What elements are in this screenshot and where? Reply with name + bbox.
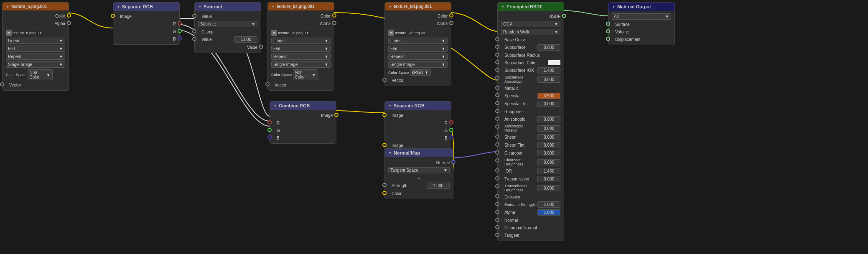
sub-value-num-row[interactable]: Value 1.000 [195,36,261,43]
ks-interpolation[interactable]: Linear▼ [271,38,331,44]
node-subtract[interactable]: ▼ Subtract Value Subtract▼ Clamp Value 1… [194,2,261,53]
pb-subsurf-aniso-row[interactable]: Subsurface Anisotropy 0.000 [498,74,564,84]
pb-metallic-socket[interactable] [495,86,499,90]
sep2-b-socket[interactable] [449,135,453,140]
pb-subsurface-socket[interactable] [495,45,499,49]
node-combine-rgb-header[interactable]: ▼ Combine RGB [270,102,336,110]
node-material-output[interactable]: ▼ Material Output All▼ Surface Volume Di… [608,2,675,45]
pb-specular-tint-socket[interactable] [495,101,499,105]
pb-aniso-rot-row[interactable]: Anisotropic Rotation 0.000 [498,123,564,133]
pb-specular-tint-val[interactable]: 0.000 [537,101,560,107]
node-texture-kd-header[interactable]: ▼ texture_kd.png.001 [385,3,451,10]
ks-color-socket[interactable] [332,13,336,18]
node-separate-rgb-1[interactable]: ▼ Separate RGB Image R G B [113,2,180,45]
comb-b-socket[interactable] [267,135,272,140]
node-subtract-header[interactable]: ▼ Subtract [195,3,261,11]
node-separate-rgb-2-header[interactable]: ▼ Separate RGB [385,102,451,110]
kd-repeat-row[interactable]: Repeat▼ [385,53,451,61]
pb-aniso-rot-val[interactable]: 0.000 [537,125,560,132]
mo-volume-socket[interactable] [606,29,610,33]
texture-n-proj-row[interactable]: Single Image▼ [3,61,69,69]
kd-repeat[interactable]: Repeat▼ [388,53,448,60]
node-principled-bsdf[interactable]: ▼ Principled BSDF BSDF GGX▼ Random Walk▼… [497,2,564,241]
kd-cs-row[interactable]: Color Space sRGB▼ [385,69,451,76]
pb-alpha-val[interactable]: 1.000 [537,209,560,216]
pb-sheen-row[interactable]: Sheen 0.000 [498,133,564,141]
texture-n-colorspace-row[interactable]: Color Space Non-Color▼ [3,69,69,81]
ks-alpha-socket[interactable] [332,21,336,25]
pb-clearcoat-socket[interactable] [495,150,499,155]
pb-emission-str-val[interactable]: 1.000 [537,201,560,208]
nm-normal-socket[interactable] [451,160,456,164]
sub-clamp-socket[interactable] [192,29,196,33]
kd-projection[interactable]: Single Image▼ [388,61,448,68]
pb-emission-str-row[interactable]: Emission Strength 1.000 [498,201,564,208]
pb-transmission-val[interactable]: 0.000 [537,176,560,182]
pb-anisotropic-socket[interactable] [495,117,499,121]
pb-clearcoat-rough-socket[interactable] [495,158,499,163]
pb-dist-row[interactable]: GGX▼ [498,20,564,28]
nm-color-socket[interactable] [382,191,387,195]
kd-interp-row[interactable]: Linear▼ [385,37,451,45]
pb-ior-socket[interactable] [495,168,499,173]
node-texture-n-header[interactable]: ▼ texture_n.png.001 [3,3,69,10]
sub-clamp-row[interactable]: Clamp [195,28,261,36]
comb-r-socket[interactable] [267,120,272,124]
sub-val-out-socket[interactable] [259,45,263,49]
pb-tangent-socket[interactable] [495,233,499,237]
pb-transmission-socket[interactable] [495,176,499,180]
sep1-g-socket[interactable] [178,29,182,33]
kd-color-socket[interactable] [449,13,453,18]
pb-subsurf-ior-socket[interactable] [495,68,499,72]
ks-vector-socket[interactable] [265,82,270,86]
comb-g-socket[interactable] [267,128,272,132]
kd-cs-val[interactable]: sRGB▼ [410,69,431,76]
sub-type[interactable]: Subtract▼ [198,21,257,27]
pb-cc-normal-socket[interactable] [495,225,499,229]
node-principled-header[interactable]: ▼ Principled BSDF [498,3,564,11]
pb-trans-rough-val[interactable]: 0.000 [537,185,560,191]
pb-anisotropic-val[interactable]: 0.000 [537,116,560,122]
texture-n-interpolation[interactable]: Linear▼ [6,38,65,44]
texture-n-repeat-row[interactable]: Repeat▼ [3,53,69,61]
texture-n-ext-row[interactable]: Flat▼ [3,45,69,53]
ks-ext-row[interactable]: Flat▼ [268,45,334,53]
pb-subsurf-method-row[interactable]: Random Walk▼ [498,28,564,36]
pb-subsurface-method[interactable]: Random Walk▼ [501,29,560,35]
kd-ext-row[interactable]: Flat▼ [385,45,451,53]
sep1-image-socket[interactable] [111,14,115,18]
pb-anisotropic-row[interactable]: Anisotropic 0.000 [498,115,564,123]
pb-aniso-rot-socket[interactable] [495,124,499,129]
texture-n-alpha-socket[interactable] [67,21,71,25]
pb-alpha-socket[interactable] [495,210,499,214]
texture-n-filename[interactable]: texture_n.png.001 [13,31,65,35]
pb-alpha-row[interactable]: Alpha 1.000 [498,208,564,216]
mo-surface-socket[interactable] [606,22,610,26]
pb-subsurface-val[interactable]: 0.000 [537,44,560,51]
pb-sheen-tint-socket[interactable] [495,142,499,147]
pb-sheen-tint-val[interactable]: 0.000 [537,142,560,148]
sep2-g-socket[interactable] [449,128,453,132]
pb-normal-socket[interactable] [495,218,499,222]
pb-clearcoat-val[interactable]: 0.000 [537,150,560,156]
sep2-image-socket[interactable] [382,113,387,117]
kd-proj-row[interactable]: Single Image▼ [385,61,451,69]
comb-image-socket[interactable] [334,113,339,117]
texture-n-repeat[interactable]: Repeat▼ [6,53,65,60]
node-texture-ks[interactable]: ▼ texture_ks.png.001 Color Alpha 🖼 textu… [267,2,334,91]
sub-value-num[interactable]: 1.000 [234,36,257,43]
pb-specular-socket[interactable] [495,93,499,97]
nm-space[interactable]: Tangent Space▼ [388,167,450,173]
texture-n-cs-val[interactable]: Non-Color▼ [28,69,53,80]
pb-ior-val[interactable]: 1.450 [537,168,560,174]
node-texture-ks-header[interactable]: ▼ texture_ks.png.001 [268,3,334,10]
pb-sheen-tint-row[interactable]: Sheen Tint 0.000 [498,141,564,149]
pb-subsurf-ior-row[interactable]: Subsurface IOR 1.400 [498,66,564,74]
nm-space-row[interactable]: Tangent Space▼ [385,166,453,174]
nm-strength-row[interactable]: Strength 1.000 [385,182,453,190]
pb-subsurf-color-swatch[interactable] [548,60,560,65]
pb-trans-rough-row[interactable]: Transmission Roughness 0.000 [498,183,564,193]
texture-n-color-socket[interactable] [67,13,71,18]
node-texture-kd[interactable]: ▼ texture_kd.png.001 Color Alpha 🖼 textu… [384,2,451,86]
nm-strength-val[interactable]: 1.000 [427,183,450,189]
